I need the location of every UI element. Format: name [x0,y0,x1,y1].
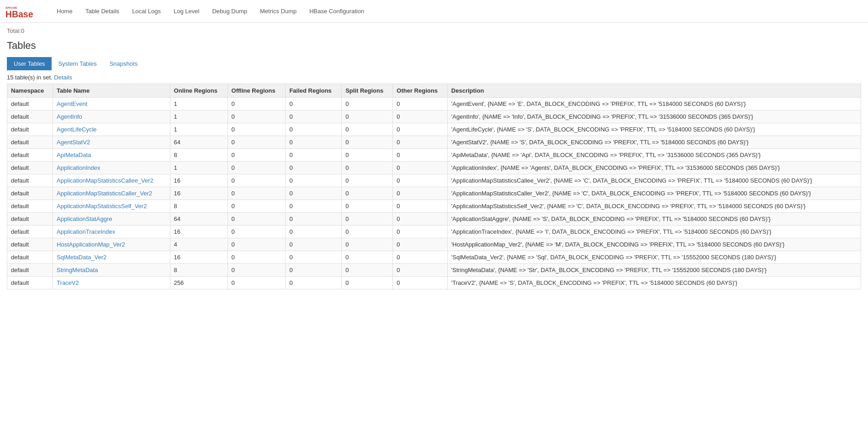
cell-table-name: ApiMetaData [53,149,170,162]
cell-description: 'ApplicationMapStatisticsCaller_Ver2', {… [447,187,861,200]
cell-offline: 0 [228,200,286,213]
cell-description: 'ApplicationIndex', {NAME => 'Agents', D… [447,162,861,174]
cell-namespace: default [7,213,53,226]
cell-failed: 0 [286,226,342,238]
cell-description: 'ApplicationTraceIndex', {NAME => 'I', D… [447,226,861,238]
cell-online: 8 [170,149,228,162]
cell-online: 64 [170,136,228,149]
cell-failed: 0 [286,110,342,123]
cell-split: 0 [342,98,393,110]
details-link[interactable]: Details [54,74,72,81]
cell-split: 0 [342,213,393,226]
table-row: defaultApplicationMapStatisticsSelf_Ver2… [7,200,861,213]
cell-other: 0 [393,123,448,136]
tab-button[interactable]: User Tables [7,57,52,70]
cell-namespace: default [7,162,53,174]
cell-online: 256 [170,277,228,289]
cell-split: 0 [342,277,393,289]
table-name-link[interactable]: StringMetaData [57,267,98,273]
nav-link[interactable]: Log Level [167,1,206,21]
cell-other: 0 [393,226,448,238]
table-name-link[interactable]: ApplicationMapStatisticsCallee_Ver2 [57,177,153,184]
cell-table-name: ApplicationMapStatisticsCallee_Ver2 [53,174,170,187]
cell-other: 0 [393,110,448,123]
cell-other: 0 [393,238,448,251]
cell-table-name: AgentEvent [53,98,170,110]
data-table: NamespaceTable NameOnline RegionsOffline… [7,84,861,289]
cell-online: 8 [170,200,228,213]
table-row: defaultStringMetaData80000'StringMetaDat… [7,264,861,277]
cell-other: 0 [393,136,448,149]
table-name-link[interactable]: AgentLifeCycle [57,126,96,133]
cell-other: 0 [393,200,448,213]
table-row: defaultApplicationMapStatisticsCallee_Ve… [7,174,861,187]
nav-item: Log Level [167,1,206,21]
cell-description: 'ApiMetaData', {NAME => 'Api', DATA_BLOC… [447,149,861,162]
cell-other: 0 [393,264,448,277]
cell-failed: 0 [286,174,342,187]
cell-description: 'ApplicationMapStatisticsCallee_Ver2', {… [447,174,861,187]
cell-online: 1 [170,162,228,174]
cell-other: 0 [393,174,448,187]
cell-split: 0 [342,264,393,277]
cell-table-name: HostApplicationMap_Ver2 [53,238,170,251]
column-header: Split Regions [342,84,393,98]
table-name-link[interactable]: AgentEvent [57,100,87,107]
nav-link[interactable]: Home [50,1,79,21]
table-name-link[interactable]: ApplicationIndex [57,164,100,171]
page-title: Tables [7,40,861,52]
nav-link[interactable]: Metrics Dump [254,1,303,21]
cell-table-name: SqlMetaData_Ver2 [53,251,170,264]
cell-other: 0 [393,162,448,174]
nav-link[interactable]: HBase Configuration [303,1,370,21]
table-name-link[interactable]: AgentStatV2 [57,139,90,146]
table-name-link[interactable]: SqlMetaData_Ver2 [57,254,106,261]
cell-failed: 0 [286,238,342,251]
cell-online: 16 [170,174,228,187]
cell-table-name: TraceV2 [53,277,170,289]
cell-split: 0 [342,238,393,251]
cell-online: 1 [170,123,228,136]
table-name-link[interactable]: AgentInfo [57,113,82,120]
cell-namespace: default [7,226,53,238]
cell-failed: 0 [286,213,342,226]
nav-link[interactable]: Debug Dump [206,1,254,21]
cell-description: 'AgentStatV2', {NAME => 'S', DATA_BLOCK_… [447,136,861,149]
tabs-bar: User TablesSystem TablesSnapshots [7,57,861,70]
tab-button[interactable]: Snapshots [103,58,144,70]
table-name-link[interactable]: ApplicationMapStatisticsSelf_Ver2 [57,203,147,210]
table-name-link[interactable]: HostApplicationMap_Ver2 [57,241,125,248]
table-name-link[interactable]: ApplicationMapStatisticsCaller_Ver2 [57,190,152,197]
cell-namespace: default [7,123,53,136]
tab-button[interactable]: System Tables [52,58,103,70]
nav-link[interactable]: Local Logs [126,1,167,21]
cell-table-name: AgentStatV2 [53,136,170,149]
cell-split: 0 [342,187,393,200]
cell-split: 0 [342,149,393,162]
table-row: defaultAgentInfo10000'AgentInfo', {NAME … [7,110,861,123]
table-name-link[interactable]: ApplicationTraceIndex [57,228,115,235]
cell-offline: 0 [228,174,286,187]
table-row: defaultApplicationIndex10000'Application… [7,162,861,174]
table-row: defaultApplicationTraceIndex160000'Appli… [7,226,861,238]
cell-failed: 0 [286,251,342,264]
cell-namespace: default [7,110,53,123]
table-name-link[interactable]: ApplicationStatAggre [57,215,112,222]
cell-split: 0 [342,162,393,174]
column-header: Description [447,84,861,98]
cell-split: 0 [342,226,393,238]
nav-item: Debug Dump [206,1,254,21]
cell-description: 'HostApplicationMap_Ver2', {NAME => 'M',… [447,238,861,251]
cell-online: 1 [170,98,228,110]
cell-split: 0 [342,174,393,187]
cell-description: 'SqlMetaData_Ver2', {NAME => 'Sql', DATA… [447,251,861,264]
cell-offline: 0 [228,226,286,238]
column-header: Namespace [7,84,53,98]
table-name-link[interactable]: TraceV2 [57,279,79,286]
table-name-link[interactable]: ApiMetaData [57,152,91,158]
svg-text:HBase: HBase [5,9,33,19]
cell-split: 0 [342,251,393,264]
cell-namespace: default [7,149,53,162]
nav-link[interactable]: Table Details [79,1,126,21]
cell-namespace: default [7,200,53,213]
